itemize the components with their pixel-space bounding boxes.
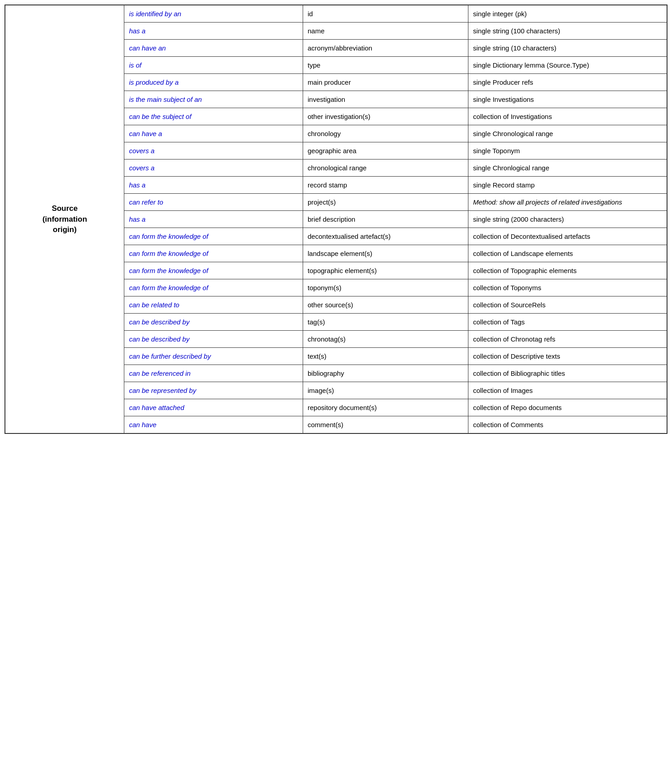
field-cell: type xyxy=(303,57,468,74)
type-cell: single string (10 characters) xyxy=(468,40,667,57)
type-cell: collection of Chronotag refs xyxy=(468,331,667,348)
relation-cell: has a xyxy=(124,23,303,40)
type-cell: single Record stamp xyxy=(468,177,667,194)
type-cell: collection of Landscape elements xyxy=(468,245,667,262)
field-cell: other source(s) xyxy=(303,296,468,314)
relation-cell: can have a xyxy=(124,125,303,142)
type-cell: collection of Descriptive texts xyxy=(468,348,667,365)
relation-cell: has a xyxy=(124,177,303,194)
relation-cell: covers a xyxy=(124,160,303,177)
field-cell: text(s) xyxy=(303,348,468,365)
type-cell: collection of Toponyms xyxy=(468,279,667,296)
relation-cell: is the main subject of an xyxy=(124,91,303,108)
field-cell: tag(s) xyxy=(303,314,468,331)
field-cell: bibliography xyxy=(303,365,468,382)
relation-cell: can be referenced in xyxy=(124,365,303,382)
type-cell: single string (100 characters) xyxy=(468,23,667,40)
relation-cell: can have an xyxy=(124,40,303,57)
field-cell: topographic element(s) xyxy=(303,262,468,279)
relation-cell: can refer to xyxy=(124,194,303,211)
relation-cell: can form the knowledge of xyxy=(124,245,303,262)
type-cell: collection of Topographic elements xyxy=(468,262,667,279)
main-table: Source(informationorigin)is identified b… xyxy=(5,5,667,434)
type-cell: single Chronological range xyxy=(468,125,667,142)
type-cell: collection of Decontextualised artefacts xyxy=(468,228,667,245)
type-cell: single Dictionary lemma (Source.Type) xyxy=(468,57,667,74)
field-cell: other investigation(s) xyxy=(303,108,468,125)
entity-label: Source(informationorigin) xyxy=(5,5,124,433)
field-cell: project(s) xyxy=(303,194,468,211)
type-cell: collection of SourceRels xyxy=(468,296,667,314)
type-cell: single Toponym xyxy=(468,142,667,160)
field-cell: decontextualised artefact(s) xyxy=(303,228,468,245)
field-cell: name xyxy=(303,23,468,40)
type-cell: collection of Bibliographic titles xyxy=(468,365,667,382)
relation-cell: is produced by a xyxy=(124,74,303,91)
field-cell: record stamp xyxy=(303,177,468,194)
relation-cell: can be further described by xyxy=(124,348,303,365)
field-cell: main producer xyxy=(303,74,468,91)
type-cell: single string (2000 characters) xyxy=(468,211,667,228)
relation-cell: has a xyxy=(124,211,303,228)
type-cell: collection of Repo documents xyxy=(468,399,667,416)
field-cell: landscape element(s) xyxy=(303,245,468,262)
type-cell: single Producer refs xyxy=(468,74,667,91)
type-cell: single Investigations xyxy=(468,91,667,108)
relation-cell: can be the subject of xyxy=(124,108,303,125)
relation-cell: can be described by xyxy=(124,314,303,331)
type-cell: single integer (pk) xyxy=(468,5,667,23)
field-cell: chronotag(s) xyxy=(303,331,468,348)
relation-cell: can be described by xyxy=(124,331,303,348)
relation-cell: is identified by an xyxy=(124,5,303,23)
field-cell: toponym(s) xyxy=(303,279,468,296)
field-cell: chronology xyxy=(303,125,468,142)
relation-cell: covers a xyxy=(124,142,303,160)
relation-cell: can form the knowledge of xyxy=(124,279,303,296)
field-cell: chronological range xyxy=(303,160,468,177)
type-cell: collection of Images xyxy=(468,382,667,399)
relation-cell: can have xyxy=(124,416,303,433)
type-cell: single Chronlogical range xyxy=(468,160,667,177)
field-cell: acronym/abbreviation xyxy=(303,40,468,57)
relation-cell: can have attached xyxy=(124,399,303,416)
field-cell: image(s) xyxy=(303,382,468,399)
field-cell: id xyxy=(303,5,468,23)
type-cell: collection of Comments xyxy=(468,416,667,433)
relation-cell: is of xyxy=(124,57,303,74)
field-cell: repository document(s) xyxy=(303,399,468,416)
field-cell: investigation xyxy=(303,91,468,108)
type-cell: Method: show all projects of related inv… xyxy=(468,194,667,211)
relation-cell: can be represented by xyxy=(124,382,303,399)
type-cell: collection of Investigations xyxy=(468,108,667,125)
relation-cell: can be related to xyxy=(124,296,303,314)
relation-cell: can form the knowledge of xyxy=(124,228,303,245)
field-cell: brief description xyxy=(303,211,468,228)
field-cell: comment(s) xyxy=(303,416,468,433)
relation-cell: can form the knowledge of xyxy=(124,262,303,279)
type-cell: collection of Tags xyxy=(468,314,667,331)
field-cell: geographic area xyxy=(303,142,468,160)
